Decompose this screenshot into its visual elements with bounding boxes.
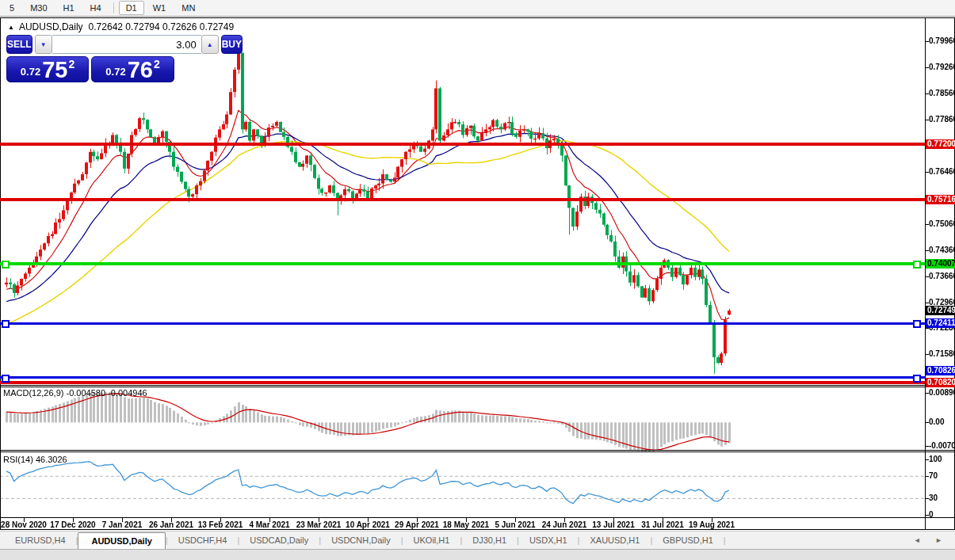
chart-ohlc-values: 0.72642 0.72794 0.72626 0.72749 — [89, 21, 235, 32]
price-tick-label: 0.71580 — [929, 349, 955, 358]
macd-indicator-label: MACD(12,26,9) -0.004580 -0.004946 — [3, 388, 147, 398]
date-axis-label: 4 Mar 2021 — [242, 520, 297, 529]
price-flag-0.74007: 0.74007 — [926, 259, 955, 269]
timeframe-button-w1[interactable]: W1 — [146, 1, 174, 15]
horizontal-line-0.72411[interactable] — [0, 322, 925, 325]
volume-increase-button[interactable]: ▲ — [201, 35, 219, 54]
date-axis-label: 5 Jun 2021 — [487, 520, 543, 529]
horizontal-line-0.70820[interactable] — [0, 381, 925, 384]
horizontal-line-0.75716[interactable] — [0, 198, 925, 201]
chart-tab-ukoil-h1[interactable]: UKOil,H1 — [403, 532, 460, 549]
date-axis-label: 7 Jan 2021 — [94, 520, 150, 529]
date-axis-label: 10 Apr 2021 — [340, 520, 395, 529]
one-click-trading-panel: SELL ▼ ▲ BUY 0.72 75 2 0.72 76 2 — [6, 35, 174, 82]
price-flag-0.75716: 0.75716 — [926, 195, 955, 204]
buy-price-prefix: 0.72 — [105, 66, 125, 78]
chart-tab-eurusd-h4[interactable]: EURUSD,H4 — [5, 532, 76, 549]
chart-tab-usdchf-h4[interactable]: USDCHF,H4 — [168, 532, 238, 549]
macd-scale-label: -0.00701 — [929, 441, 955, 450]
price-tick-label: 0.74360 — [929, 246, 955, 254]
line-handle[interactable] — [2, 320, 10, 328]
rsi-scale-label: 100 — [929, 455, 942, 463]
chart-symbol-label: AUDUSD,Daily — [19, 21, 83, 32]
chart-tab-gbpusd-h1[interactable]: GBPUSD,H1 — [652, 532, 724, 549]
sell-price-tile[interactable]: 0.72 75 2 — [6, 56, 89, 82]
chart-tab-usdx-h1[interactable]: USDX,H1 — [519, 532, 578, 549]
line-handle[interactable] — [913, 375, 921, 383]
date-axis-label: 31 Jul 2021 — [635, 520, 690, 529]
buy-price-sup: 2 — [154, 58, 160, 70]
price-tick-label: 0.73660 — [929, 272, 955, 280]
date-axis-label: 18 May 2021 — [438, 520, 494, 529]
chart-tab-usdcnh-daily[interactable]: USDCNH,Daily — [321, 532, 401, 549]
date-axis-label: 29 Apr 2021 — [389, 520, 445, 529]
chart-canvas[interactable] — [0, 0, 955, 560]
buy-price-big: 76 — [128, 59, 153, 80]
date-axis-label: 13 Jul 2021 — [586, 520, 641, 529]
chevron-down-icon: ▼ — [40, 41, 47, 48]
status-bar — [0, 549, 955, 560]
horizontal-line-0.77200[interactable] — [0, 143, 925, 146]
date-axis-label: 23 Mar 2021 — [291, 520, 346, 529]
horizontal-line-0.70826[interactable] — [0, 376, 925, 379]
price-flag-0.70820: 0.70820 — [926, 378, 955, 387]
timeframe-button-m30[interactable]: M30 — [23, 1, 54, 15]
trading-terminal-window: 5M30H1H4D1W1MN ▲AUDUSD,Daily0.72642 0.72… — [0, 0, 955, 560]
buy-button[interactable]: BUY — [221, 35, 243, 54]
tab-scroll-arrows[interactable]: ◄ ► — [914, 536, 949, 544]
price-flag-0.77200: 0.77200 — [926, 139, 955, 149]
date-axis-label: 24 Jun 2021 — [537, 520, 592, 529]
timeframe-button-h1[interactable]: H1 — [56, 1, 82, 15]
chart-title: ▲AUDUSD,Daily0.72642 0.72794 0.72626 0.7… — [8, 21, 234, 32]
sell-price-sup: 2 — [68, 58, 74, 70]
date-axis-label: 19 Aug 2021 — [684, 520, 739, 529]
line-handle[interactable] — [913, 320, 921, 328]
horizontal-line-0.74007[interactable] — [0, 262, 925, 265]
tab-separator: | — [724, 532, 726, 549]
price-tick-label: 0.79260 — [929, 63, 955, 71]
chart-tab-xauusd-h1[interactable]: XAUUSD,H1 — [579, 532, 650, 549]
chart-tab-audusd-daily[interactable]: AUDUSD,Daily — [78, 532, 165, 549]
timeframe-button-5[interactable]: 5 — [2, 1, 21, 15]
sell-button[interactable]: SELL — [6, 35, 32, 54]
line-handle[interactable] — [913, 261, 921, 269]
line-handle[interactable] — [2, 375, 10, 383]
rsi-scale-label: 30 — [929, 493, 938, 502]
date-axis-label: 26 Jan 2021 — [143, 520, 199, 529]
macd-scale-label: 0.008904 — [929, 388, 955, 397]
price-tick-label: 0.76460 — [929, 167, 955, 176]
macd-scale-label: 0.00 — [929, 417, 944, 426]
line-handle[interactable] — [2, 261, 10, 269]
toolbar-separator — [113, 2, 114, 13]
chart-tab-usdcad-daily[interactable]: USDCAD,Daily — [239, 532, 319, 549]
date-axis-label: 28 Nov 2020 — [0, 520, 52, 529]
sell-price-big: 75 — [42, 59, 67, 80]
timeframe-button-mn[interactable]: MN — [174, 1, 202, 15]
chart-tab-bar: EURUSD,H4|AUDUSD,Daily|USDCHF,H4|USDCAD,… — [0, 531, 955, 549]
volume-decrease-button[interactable]: ▼ — [35, 35, 52, 54]
current-price-flag: 0.72749 — [926, 306, 955, 315]
rsi-scale-label: 70 — [929, 471, 938, 480]
timeframe-button-d1[interactable]: D1 — [119, 1, 144, 15]
collapse-triangle-icon[interactable]: ▲ — [8, 24, 14, 31]
timeframe-button-h4[interactable]: H4 — [83, 1, 109, 15]
price-flag-0.72411: 0.72411 — [926, 318, 955, 328]
sell-price-prefix: 0.72 — [21, 66, 40, 78]
volume-stepper: ▼ ▲ — [35, 35, 219, 54]
price-flag-0.70826: 0.70826 — [926, 366, 955, 375]
price-tick-label: 0.79960 — [929, 36, 955, 45]
timeframe-toolbar: 5M30H1H4D1W1MN — [0, 0, 955, 17]
price-tick-label: 0.77860 — [929, 115, 955, 124]
volume-input[interactable] — [52, 35, 201, 54]
price-tick-label: 0.78560 — [929, 89, 955, 97]
buy-price-tile[interactable]: 0.72 76 2 — [91, 56, 174, 82]
rsi-indicator-label: RSI(14) 46.3026 — [3, 455, 67, 464]
chevron-up-icon: ▲ — [207, 41, 213, 48]
chart-tab-dj30-h1[interactable]: DJ30,H1 — [462, 532, 517, 549]
price-tick-label: 0.75060 — [929, 219, 955, 228]
rsi-scale-label: 0 — [929, 510, 934, 519]
date-axis-label: 17 Dec 2020 — [45, 520, 101, 529]
date-axis-label: 13 Feb 2021 — [193, 520, 248, 529]
